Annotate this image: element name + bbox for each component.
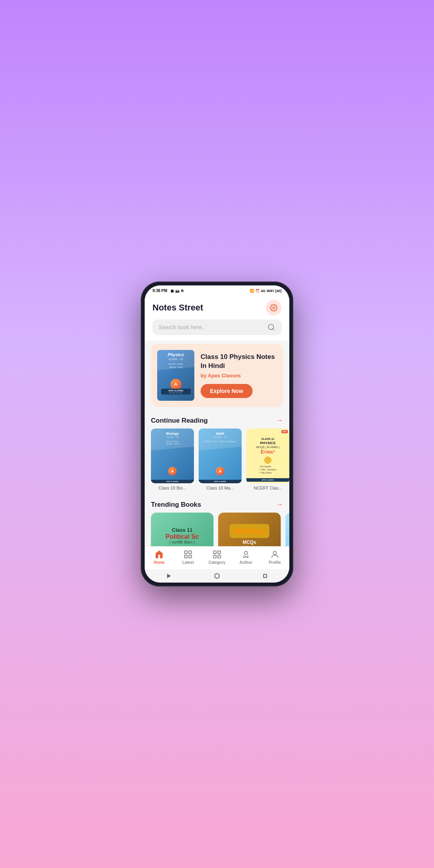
nav-label-profile: Profile — [269, 560, 281, 565]
book-thumbnail: Math CLASS - 10 NCERT I Notes + MCQs +Ob… — [199, 429, 242, 483]
svg-point-0 — [273, 307, 275, 309]
continue-reading-arrow[interactable]: → — [276, 416, 283, 425]
network-icon: 4G — [261, 289, 265, 293]
search-placeholder: Search book here.. — [159, 324, 205, 330]
list-item[interactable]: More Books — [285, 513, 289, 546]
search-input-wrap[interactable]: Search book here.. — [152, 319, 282, 335]
svg-marker-16 — [167, 574, 170, 577]
svg-rect-7 — [185, 555, 187, 558]
svg-rect-6 — [185, 551, 187, 554]
banner-info: Class 10 Physics Notes In Hindi by Apex … — [201, 353, 277, 398]
profile-icon — [270, 550, 280, 559]
trending-books-arrow[interactable]: → — [276, 500, 283, 509]
status-time: 9:38 PM — [152, 289, 167, 293]
svg-rect-10 — [213, 551, 216, 554]
banner-book-cover: Physics CLASS - 10 NCERT Notes Medium - … — [157, 350, 194, 401]
svg-rect-8 — [189, 551, 192, 554]
nav-label-home: Home — [154, 560, 165, 565]
book-thumbnail: Biology CLASS - 10 NCERT NotesMedium - H… — [151, 429, 194, 483]
cover-badge: APEX CLASSES A family of learning — [161, 389, 191, 395]
nav-item-author[interactable]: Author — [231, 550, 260, 565]
category-icon — [212, 550, 222, 559]
book-label: Class 10 Bio... — [151, 486, 194, 490]
status-bar: 9:38 PM ▣ 📷 ⚙ 📶 ⏰ 4G WiFi [40] — [145, 285, 289, 294]
continue-reading-title: Continue Reading — [151, 417, 208, 425]
battery-icon: [40] — [275, 289, 282, 293]
author-icon — [241, 550, 251, 559]
continue-reading-header: Continue Reading → — [145, 410, 289, 429]
svg-point-1 — [269, 325, 274, 330]
book-label: NCERT Clas... — [246, 486, 289, 490]
svg-rect-9 — [189, 555, 192, 558]
android-home-btn[interactable] — [213, 572, 221, 579]
android-navigation — [145, 569, 289, 583]
latest-icon — [183, 550, 193, 559]
continue-reading-list: Biology CLASS - 10 NCERT NotesMedium - H… — [145, 429, 289, 494]
nav-item-latest[interactable]: Latest — [174, 550, 203, 565]
search-bar: Search book here.. — [145, 319, 289, 341]
phone-screen: 9:38 PM ▣ 📷 ⚙ 📶 ⏰ 4G WiFi [40] Notes Str… — [145, 285, 289, 583]
search-icon — [267, 323, 275, 331]
trending-book-hindi: ( राजनीति विज्ञान ) — [169, 540, 195, 545]
bottom-navigation: Home Latest Category — [145, 546, 289, 569]
trending-books-list: Class 11 Political Sc ( राजनीति विज्ञान … — [145, 513, 289, 546]
nav-item-category[interactable]: Category — [203, 550, 231, 565]
alarm-icon: ⏰ — [255, 289, 260, 293]
settings-button[interactable] — [266, 300, 282, 316]
nav-label-category: Category — [208, 560, 225, 565]
android-recent-btn[interactable] — [262, 572, 269, 579]
app-header: Notes Street — [145, 294, 289, 319]
wifi-icon: WiFi — [267, 289, 274, 293]
trending-book-title: Class 11 — [172, 527, 193, 533]
status-left: 9:38 PM ▣ 📷 ⚙ — [152, 289, 184, 293]
list-item[interactable]: PDF CLASS 11 PHYSICS MCQS ( IN HINDI ) E… — [246, 429, 289, 490]
home-icon — [154, 550, 164, 559]
explore-now-button[interactable]: Explore Now — [201, 384, 253, 398]
nav-item-profile[interactable]: Profile — [260, 550, 289, 565]
trending-books-title: Trending Books — [151, 501, 201, 509]
svg-point-14 — [244, 551, 247, 554]
list-item[interactable]: History MCQs All Chapters — [218, 513, 281, 546]
app-title: Notes Street — [152, 303, 203, 313]
list-item[interactable]: Math CLASS - 10 NCERT I Notes + MCQs +Ob… — [199, 429, 242, 490]
status-icons: ▣ 📷 ⚙ — [170, 289, 184, 293]
nav-label-author: Author — [240, 560, 253, 565]
android-back-btn[interactable] — [165, 572, 172, 579]
svg-line-2 — [273, 329, 274, 330]
trending-book-subtitle: Political Sc — [165, 533, 199, 540]
svg-rect-11 — [213, 555, 216, 558]
screen-content: Notes Street Search book here.. — [145, 294, 289, 546]
svg-rect-12 — [218, 551, 221, 554]
book-label: Class 10 Ma... — [199, 486, 242, 490]
banner-card: Physics CLASS - 10 NCERT Notes Medium - … — [151, 344, 283, 407]
trending-books-header: Trending Books → — [145, 494, 289, 513]
status-right: 📶 ⏰ 4G WiFi [40] — [250, 289, 282, 293]
phone-frame: 9:38 PM ▣ 📷 ⚙ 📶 ⏰ 4G WiFi [40] Notes Str… — [141, 282, 293, 586]
book-thumbnail: PDF CLASS 11 PHYSICS MCQS ( IN HINDI ) E… — [246, 429, 289, 483]
list-item[interactable]: Class 11 Political Sc ( राजनीति विज्ञान … — [151, 513, 213, 546]
gear-icon — [270, 304, 278, 312]
trending-history-sub: MCQs — [243, 540, 256, 545]
banner-section: Physics CLASS - 10 NCERT Notes Medium - … — [145, 341, 289, 410]
svg-rect-13 — [218, 555, 221, 558]
svg-point-15 — [273, 551, 276, 554]
list-item[interactable]: Biology CLASS - 10 NCERT NotesMedium - H… — [151, 429, 194, 490]
banner-title: Class 10 Physics Notes In Hindi — [201, 353, 277, 370]
nav-label-latest: Latest — [182, 560, 194, 565]
signal-icon: 📶 — [250, 289, 254, 293]
banner-author: by Apex Classes — [201, 373, 277, 378]
nav-item-home[interactable]: Home — [145, 550, 174, 565]
trending-history-title: History — [233, 525, 266, 536]
